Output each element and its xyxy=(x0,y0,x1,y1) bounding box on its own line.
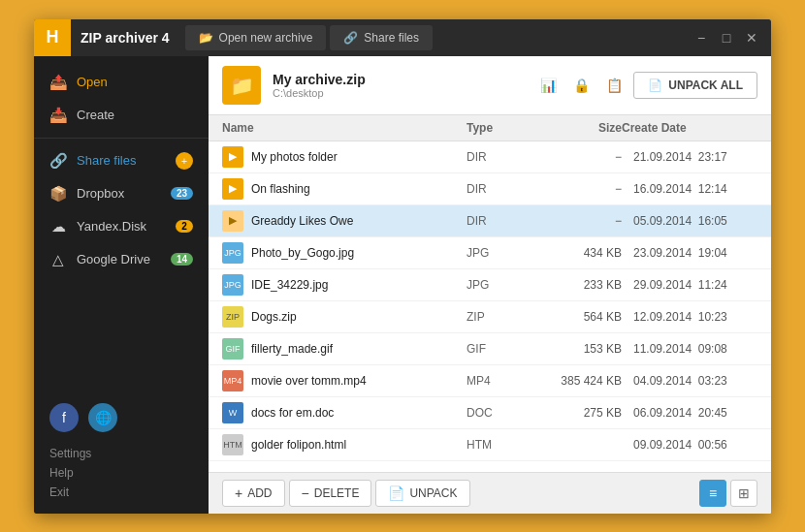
file-date-cell: 06.09.2014 20:45 xyxy=(622,406,757,420)
file-type-cell: JPG xyxy=(467,246,534,260)
file-type-cell: GIF xyxy=(467,342,534,356)
share-add-icon[interactable]: + xyxy=(176,152,193,170)
file-size-cell: 153 KB xyxy=(534,342,622,356)
delete-icon: − xyxy=(302,485,309,501)
file-date-cell: 09.09.2014 00:56 xyxy=(622,438,757,452)
sidebar-divider-1 xyxy=(34,138,209,139)
table-row[interactable]: JPG Photo_by_Gogo.jpg JPG 434 KB 23.09.2… xyxy=(209,237,771,269)
lock-icon[interactable]: 🔒 xyxy=(567,72,595,99)
table-row[interactable]: JPG IDE_34229.jpg JPG 233 KB 29.09.2014 … xyxy=(209,269,771,301)
file-size-cell: 385 424 KB xyxy=(534,374,622,388)
file-date-cell: 29.09.2014 11:24 xyxy=(622,278,757,292)
file-name-cell: MP4 movie over tomm.mp4 xyxy=(222,370,467,391)
list-view-button[interactable]: ≡ xyxy=(699,480,726,507)
table-row[interactable]: ZIP Dogs.zip ZIP 564 KB 12.09.2014 10:23 xyxy=(209,301,771,333)
table-row[interactable]: W docs for em.doc DOC 275 KB 06.09.2014 … xyxy=(209,397,771,429)
file-type-cell: DIR xyxy=(467,214,534,228)
file-date-cell: 12.09.2014 10:23 xyxy=(622,310,757,324)
minimize-button[interactable]: − xyxy=(690,26,713,49)
file-icon: ▶ xyxy=(222,146,243,168)
title-bar: H ZIP archiver 4 📂 Open new archive 🔗 Sh… xyxy=(34,19,771,56)
app-logo: H xyxy=(34,19,71,56)
close-button[interactable]: ✕ xyxy=(740,26,763,49)
file-date-cell: 23.09.2014 19:04 xyxy=(622,246,757,260)
google-drive-icon: △ xyxy=(49,251,67,268)
sidebar-item-yandex[interactable]: ☁ Yandex.Disk 2 xyxy=(34,210,209,243)
facebook-icon[interactable]: f xyxy=(49,403,79,432)
folder-open-icon: 📂 xyxy=(199,31,213,45)
file-icon: JPG xyxy=(222,274,243,296)
file-size-cell: 233 KB xyxy=(534,278,622,292)
sidebar-item-open[interactable]: 📤 Open xyxy=(34,66,209,99)
file-size-cell: 434 KB xyxy=(534,246,622,260)
file-list-header: Name Type Size Create Date xyxy=(209,115,771,141)
file-date-cell: 04.09.2014 03:23 xyxy=(622,374,757,388)
unpack-doc-icon: 📄 xyxy=(388,485,404,501)
file-icon: JPG xyxy=(222,242,243,264)
sidebar-item-share[interactable]: 🔗 Share files + xyxy=(34,144,209,177)
file-size-cell: − xyxy=(534,150,622,164)
share-files-icon: 🔗 xyxy=(49,152,67,170)
window-controls: − □ ✕ xyxy=(690,26,771,49)
exit-link[interactable]: Exit xyxy=(49,483,193,502)
sidebar-item-google[interactable]: △ Google Drive 14 xyxy=(34,243,209,276)
social-icons: f 🌐 xyxy=(49,403,193,432)
file-size-cell: − xyxy=(534,182,622,196)
file-list-container: Name Type Size Create Date ▶ My photos f… xyxy=(209,115,771,472)
file-icon: ▶ xyxy=(222,210,243,232)
archive-icon: 📁 xyxy=(222,66,261,105)
info-icon[interactable]: 📋 xyxy=(600,72,628,99)
file-icon: MP4 xyxy=(222,370,243,391)
dropbox-badge: 23 xyxy=(171,187,193,200)
table-row[interactable]: GIF fillerty_made.gif GIF 153 KB 11.09.2… xyxy=(209,333,771,365)
table-row[interactable]: ▶ Greaddy Likes Owe DIR − 05.09.2014 16:… xyxy=(209,205,771,237)
table-row[interactable]: ▶ My photos folder DIR − 21.09.2014 23:1… xyxy=(209,141,771,173)
file-name-cell: HTM golder folipon.html xyxy=(222,434,467,455)
grid-view-button[interactable]: ⊞ xyxy=(730,480,757,507)
main-layout: 📤 Open 📥 Create 🔗 Share files + 📦 Dropbo… xyxy=(34,56,771,514)
file-icon: HTM xyxy=(222,434,243,455)
share-icon: 🔗 xyxy=(343,31,358,45)
app-name: ZIP archiver 4 xyxy=(71,30,185,46)
file-date-cell: 11.09.2014 09:08 xyxy=(622,342,757,356)
settings-link[interactable]: Settings xyxy=(49,444,193,463)
help-link[interactable]: Help xyxy=(49,463,193,483)
file-name-cell: ▶ Greaddy Likes Owe xyxy=(222,210,467,232)
view-controls: ≡ ⊞ xyxy=(699,480,757,507)
google-badge: 14 xyxy=(171,253,193,266)
add-button[interactable]: + ADD xyxy=(222,480,285,507)
yandex-badge: 2 xyxy=(176,220,193,233)
web-icon[interactable]: 🌐 xyxy=(88,403,117,432)
file-rows: ▶ My photos folder DIR − 21.09.2014 23:1… xyxy=(209,141,771,461)
open-archive-button[interactable]: 📂 Open new archive xyxy=(185,25,327,50)
file-type-cell: HTM xyxy=(467,438,534,452)
table-row[interactable]: MP4 movie over tomm.mp4 MP4 385 424 KB 0… xyxy=(209,365,771,397)
share-files-button[interactable]: 🔗 Share files xyxy=(330,25,433,50)
archive-name: My archive.zip xyxy=(273,72,523,87)
add-icon: + xyxy=(235,485,242,501)
table-row[interactable]: ▶ On flashing DIR − 16.09.2014 12:14 xyxy=(209,173,771,205)
chart-icon[interactable]: 📊 xyxy=(534,72,562,99)
file-name-cell: ▶ My photos folder xyxy=(222,146,467,168)
dropbox-icon: 📦 xyxy=(49,185,67,203)
file-size-cell: 275 KB xyxy=(534,406,622,420)
file-name-cell: W docs for em.doc xyxy=(222,402,467,423)
sidebar-item-create[interactable]: 📥 Create xyxy=(34,99,209,132)
unpack-icon: 📄 xyxy=(648,78,662,92)
delete-button[interactable]: − DELETE xyxy=(289,480,372,507)
table-row[interactable]: HTM golder folipon.html HTM 09.09.2014 0… xyxy=(209,429,771,461)
sidebar-nav: 📤 Open 📥 Create 🔗 Share files + 📦 Dropbo… xyxy=(34,56,209,286)
file-name-cell: ▶ On flashing xyxy=(222,178,467,200)
file-type-cell: DIR xyxy=(467,182,534,196)
sidebar-footer: f 🌐 Settings Help Exit xyxy=(34,391,209,514)
file-icon: ▶ xyxy=(222,178,243,200)
file-name-cell: GIF fillerty_made.gif xyxy=(222,338,467,360)
file-type-cell: JPG xyxy=(467,278,534,292)
unpack-all-button[interactable]: 📄 UNPACK ALL xyxy=(633,72,757,99)
file-name-cell: ZIP Dogs.zip xyxy=(222,306,467,328)
maximize-button[interactable]: □ xyxy=(715,26,738,49)
create-icon: 📥 xyxy=(49,107,67,124)
sidebar-item-dropbox[interactable]: 📦 Dropbox 23 xyxy=(34,177,209,210)
unpack-button[interactable]: 📄 UNPACK xyxy=(375,480,469,507)
content-area: 📁 My archive.zip C:\desktop 📊 🔒 📋 📄 UNPA… xyxy=(209,56,771,514)
